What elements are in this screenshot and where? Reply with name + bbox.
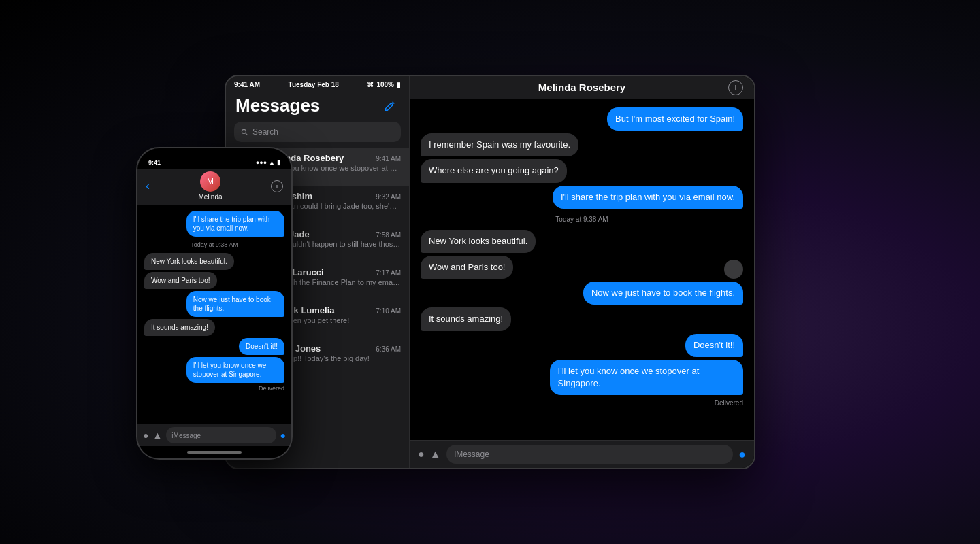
ipad-date: Tuesday Feb 18 [289, 81, 339, 88]
msg-paris-too: Wow and Paris too! [421, 256, 513, 279]
wifi-icon: ⌘ [367, 81, 374, 88]
iphone-signal: ●●● [256, 159, 267, 166]
message-input[interactable]: iMessage [446, 445, 734, 464]
conv-time-kerrick: 7:10 AM [376, 307, 401, 315]
chat-header: Melinda Rosebery i [410, 76, 754, 99]
battery-icon: ▮ [397, 81, 401, 88]
iphone-wifi: ▲ [269, 159, 275, 166]
iphone-home-bar [137, 446, 291, 458]
input-placeholder: iMessage [455, 449, 489, 459]
messages-header: Messages [226, 92, 409, 122]
iphone-msg-paris: Wow and Paris too! [144, 272, 217, 289]
chat-input-bar: ● ▲ iMessage ● [410, 440, 754, 468]
svg-point-0 [242, 129, 246, 133]
time-divider-1: Today at 9:38 AM [421, 216, 743, 223]
msg-spain-fav: I remember Spain was my favourite. [421, 133, 578, 156]
svg-line-1 [246, 133, 247, 134]
messages-title: Messages [235, 95, 320, 116]
iphone-camera-icon[interactable]: ● [143, 430, 148, 441]
iphone-apps-icon[interactable]: ▲ [152, 430, 162, 441]
iphone-msg-stopover: I'll let you know once we stopover at Si… [186, 357, 284, 383]
delivered-label: Delivered [421, 399, 743, 407]
iphone-header: ‹ M Melinda i [137, 169, 291, 205]
search-bar[interactable]: Search [234, 122, 401, 142]
msg-sounds-amazing: It sounds amazing! [421, 307, 511, 330]
iphone-messages: I'll share the trip plan with you via em… [137, 205, 291, 424]
msg-ny-beautiful: New York looks beautiful. [421, 230, 536, 253]
iphone-message-input[interactable]: iMessage [166, 427, 276, 443]
iphone-battery: ▮ [277, 159, 280, 166]
conv-time-sam: 7:58 AM [376, 231, 401, 239]
scroll-indicator[interactable] [724, 260, 743, 279]
iphone-msg-ny: New York looks beautiful. [144, 253, 234, 270]
iphone-time-divider: Today at 9:38 AM [144, 241, 284, 248]
battery-text: 100% [376, 81, 394, 88]
msg-doesnt-it: Doesn't it!! [685, 334, 743, 357]
ipad-time: 9:41 AM [234, 81, 260, 88]
iphone-input-placeholder: iMessage [172, 432, 201, 439]
compose-button[interactable] [380, 97, 399, 116]
camera-icon[interactable]: ● [418, 448, 425, 460]
ipad-device: 9:41 AM Tuesday Feb 18 ⌘ 100% ▮ Messages [225, 75, 755, 469]
back-button[interactable]: ‹ [146, 179, 150, 193]
iphone-contact: M Melinda [198, 171, 222, 201]
iphone-voice-button[interactable]: ● [280, 430, 286, 441]
msg-stopover: I'll let you know once we stopover at Si… [550, 360, 743, 395]
contact-info-button[interactable]: i [728, 80, 743, 95]
chat-messages: But I'm most excited for Spain! I rememb… [410, 99, 754, 440]
msg-where-else: Where else are you going again? [421, 159, 567, 182]
chat-contact-name: Melinda Rosebery [538, 82, 625, 93]
iphone-delivered: Delivered [144, 385, 284, 392]
iphone-device: 9:41 ●●● ▲ ▮ ‹ M Melinda i I'll share th… [136, 147, 293, 460]
iphone-info-button[interactable]: i [271, 180, 283, 192]
search-placeholder: Search [252, 127, 278, 137]
iphone-input-bar: ● ▲ iMessage ● [137, 424, 291, 446]
msg-spain: But I'm most excited for Spain! [607, 107, 743, 131]
iphone-notch [187, 148, 242, 163]
conv-time-aiden: 6:36 AM [376, 345, 401, 353]
iphone-msg-flights: Now we just have to book the flights. [186, 291, 284, 317]
ipad-chat: Melinda Rosebery i But I'm most excited … [410, 76, 754, 468]
msg-book-flights: Now we just have to book the flights. [583, 282, 743, 305]
conv-time-kane: 7:17 AM [376, 269, 401, 277]
iphone-time: 9:41 [148, 159, 161, 166]
iphone-msg-plan: I'll share the trip plan with you via em… [186, 211, 284, 237]
iphone-msg-amazing: It sounds amazing! [144, 319, 215, 336]
conv-time-melinda: 9:41 AM [376, 155, 401, 163]
iphone-contact-name: Melinda [198, 193, 222, 201]
ipad-status-bar: 9:41 AM Tuesday Feb 18 ⌘ 100% ▮ [226, 76, 409, 92]
iphone-msg-doesnt-it: Doesn't it!! [239, 338, 284, 355]
voice-button[interactable]: ● [738, 447, 746, 462]
ipad-status-right: ⌘ 100% ▮ [367, 81, 401, 88]
iphone-avatar: M [200, 171, 220, 192]
msg-share-plan: I'll share the trip plan with you via em… [553, 186, 743, 209]
home-indicator [187, 451, 242, 454]
appstore-icon[interactable]: ▲ [430, 448, 441, 460]
conv-time-nick: 9:32 AM [376, 193, 401, 201]
